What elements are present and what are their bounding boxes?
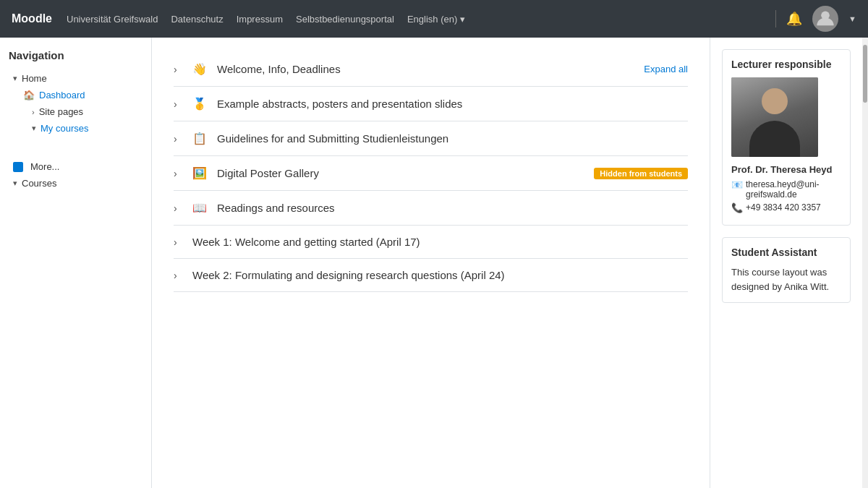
nav-links: Universität Greifswald Datenschutz Impre… <box>67 14 465 25</box>
scrollbar-thumb[interactable] <box>863 45 867 103</box>
avatar-icon <box>815 9 835 29</box>
section-row-1: › 🥇 Example abstracts, posters and prese… <box>174 87 688 121</box>
sidebar-title: Navigation <box>9 49 142 61</box>
section-title-5[interactable]: Week 1: Welcome and getting started (Apr… <box>192 236 688 248</box>
sidebar-item-site-pages[interactable]: › Site pages <box>9 103 142 120</box>
lecturer-phone: +49 3834 420 3357 <box>746 202 821 213</box>
sidebar-item-my-courses[interactable]: ▾ My courses <box>9 120 142 137</box>
lecturer-email-row: 📧 theresa.heyd@uni-greifswald.de <box>731 179 841 200</box>
nav-link-selbst[interactable]: Selbstbedienungsportal <box>296 14 394 25</box>
lecturer-photo-placeholder <box>731 77 818 157</box>
sidebar-item-courses[interactable]: ▾ Courses <box>9 175 142 192</box>
section-chevron-5[interactable]: › <box>174 236 185 248</box>
notifications-bell-icon[interactable]: 🔔 <box>786 11 802 27</box>
section-row-2: › 📋 Guidelines for and Submitting Studie… <box>174 121 688 156</box>
top-navigation: Moodle Universität Greifswald Datenschut… <box>0 0 868 38</box>
dashboard-icon: 🏠 <box>23 90 35 100</box>
section-row-3: › 🖼️ Digital Poster Gallery Hidden from … <box>174 156 688 191</box>
section-chevron-2[interactable]: › <box>174 133 185 145</box>
courses-chevron-down-icon: ▾ <box>13 179 17 188</box>
section-emoji-3: 🖼️ <box>192 166 207 180</box>
section-emoji-0: 👋 <box>192 62 207 76</box>
expand-all-button[interactable]: Expand all <box>644 64 688 74</box>
email-icon: 📧 <box>731 179 743 190</box>
section-chevron-4[interactable]: › <box>174 202 185 214</box>
phone-icon: 📞 <box>731 202 743 213</box>
section-row-6: › Week 2: Formulating and designing rese… <box>174 259 688 292</box>
lecturer-photo <box>731 77 818 157</box>
section-row-4: › 📖 Readings and resources <box>174 191 688 226</box>
section-title-1[interactable]: Example abstracts, posters and presentat… <box>217 98 688 110</box>
lecturer-card: Lecturer responsible Prof. Dr. Theresa H… <box>722 49 851 226</box>
main-content: › 👋 Welcome, Info, Deadlines Expand all … <box>152 38 710 488</box>
page-scrollbar[interactable] <box>862 38 868 488</box>
nav-link-datenschutz[interactable]: Datenschutz <box>171 14 223 25</box>
sidebar-more-label: More... <box>30 161 59 172</box>
more-square-icon <box>13 162 23 172</box>
lecturer-email[interactable]: theresa.heyd@uni-greifswald.de <box>746 179 841 200</box>
section-emoji-1: 🥇 <box>192 97 207 111</box>
section-chevron-0[interactable]: › <box>174 64 185 75</box>
user-menu-caret-icon[interactable]: ▼ <box>848 14 856 23</box>
sidebar-item-home-label: Home <box>22 73 47 84</box>
student-assistant-card: Student Assistant This course layout was… <box>722 237 851 303</box>
my-courses-chevron-down-icon: ▾ <box>32 124 36 133</box>
sidebar-item-dashboard[interactable]: 🏠 Dashboard <box>9 87 142 103</box>
lecturer-card-title: Lecturer responsible <box>731 59 841 70</box>
section-title-3[interactable]: Digital Poster Gallery <box>217 167 581 179</box>
site-pages-chevron-right-icon: › <box>32 108 35 116</box>
section-title-4[interactable]: Readings and resources <box>217 202 688 214</box>
section-row-5: › Week 1: Welcome and getting started (A… <box>174 226 688 259</box>
sidebar-item-home[interactable]: ▾ Home <box>9 70 142 87</box>
right-panel: Lecturer responsible Prof. Dr. Theresa H… <box>710 38 862 488</box>
sidebar-item-site-pages-label: Site pages <box>39 106 83 117</box>
sidebar-item-more[interactable]: More... <box>9 158 142 175</box>
nav-link-impressum[interactable]: Impressum <box>237 14 283 25</box>
nav-link-university[interactable]: Universität Greifswald <box>67 14 158 25</box>
lecturer-name: Prof. Dr. Theresa Heyd <box>731 164 841 175</box>
section-title-2[interactable]: Guidelines for and Submitting Studienlei… <box>217 132 688 145</box>
student-assistant-text: This course layout was designed by Anika… <box>731 265 841 294</box>
section-emoji-2: 📋 <box>192 132 207 145</box>
section-title-0[interactable]: Welcome, Info, Deadlines <box>217 63 637 75</box>
section-row-0: › 👋 Welcome, Info, Deadlines Expand all <box>174 52 688 87</box>
sidebar-item-dashboard-label: Dashboard <box>39 90 85 100</box>
nav-divider <box>775 10 776 27</box>
section-chevron-1[interactable]: › <box>174 98 185 110</box>
section-chevron-3[interactable]: › <box>174 168 185 179</box>
sidebar-courses-label: Courses <box>22 178 56 189</box>
brand-logo[interactable]: Moodle <box>12 12 52 25</box>
sidebar: Navigation ▾ Home 🏠 Dashboard › Site pag… <box>0 38 152 488</box>
page-layout: Navigation ▾ Home 🏠 Dashboard › Site pag… <box>0 38 868 488</box>
student-assistant-title: Student Assistant <box>731 247 841 258</box>
hidden-badge: Hidden from students <box>594 168 688 179</box>
user-avatar[interactable] <box>812 6 838 32</box>
section-title-6[interactable]: Week 2: Formulating and designing resear… <box>192 269 688 281</box>
nav-link-language[interactable]: English (en) ▾ <box>407 14 465 25</box>
home-chevron-down-icon: ▾ <box>13 74 17 83</box>
lecturer-phone-row: 📞 +49 3834 420 3357 <box>731 202 841 213</box>
sidebar-bottom: More... ▾ Courses <box>9 137 142 192</box>
section-chevron-6[interactable]: › <box>174 270 185 281</box>
sidebar-item-my-courses-label: My courses <box>41 123 88 134</box>
section-emoji-4: 📖 <box>192 201 207 215</box>
topnav-right: 🔔 ▼ <box>775 6 856 32</box>
